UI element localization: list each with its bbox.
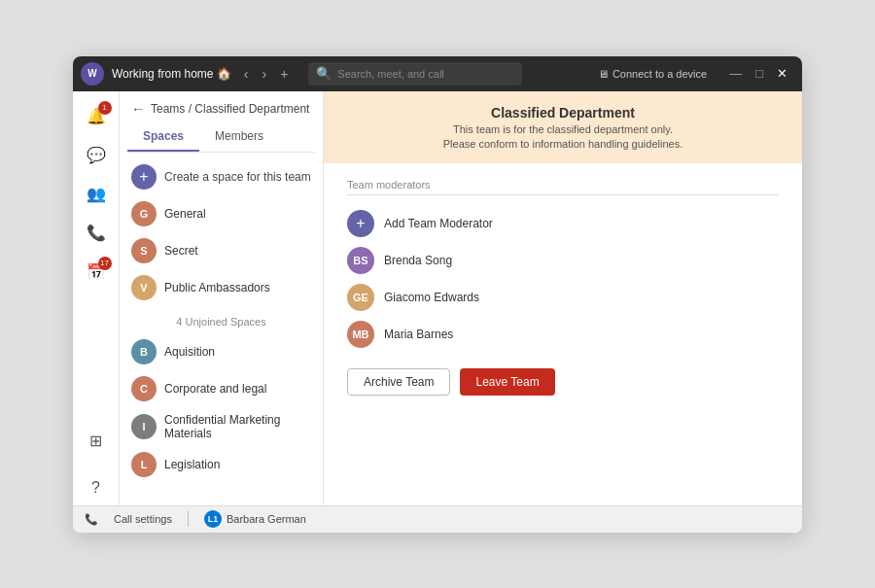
- space-avatar-secret: S: [131, 238, 157, 263]
- tab-spaces[interactable]: Spaces: [127, 122, 199, 152]
- space-item-aquisition[interactable]: B Aquisition: [120, 333, 323, 370]
- space-avatar-aquisition: B: [131, 339, 157, 364]
- avatar-giacomo: GE: [347, 284, 374, 311]
- search-icon: 🔍: [316, 66, 332, 81]
- space-name-aquisition: Aquisition: [164, 345, 215, 359]
- avatar-maria: MB: [347, 321, 374, 348]
- nav-controls: ‹ › +: [239, 64, 294, 84]
- archive-team-button[interactable]: Archive Team: [347, 368, 450, 396]
- space-avatar-legislation: L: [131, 452, 157, 477]
- tab-members[interactable]: Members: [199, 122, 279, 152]
- teams-icon: 👥: [87, 185, 106, 203]
- space-avatar-confidential: I: [131, 414, 157, 439]
- add-moderator-item[interactable]: + Add Team Moderator: [347, 205, 779, 242]
- unjoined-label: 4 Unjoined Spaces: [131, 312, 311, 331]
- create-space-label: Create a space for this team: [164, 170, 311, 184]
- space-name-ambassadors: Public Ambassadors: [164, 281, 270, 294]
- forward-button[interactable]: ›: [257, 64, 271, 84]
- app-title: Working from home 🏠: [112, 67, 231, 81]
- calls-icon: 📞: [87, 224, 106, 242]
- status-username: Barbara German: [227, 513, 306, 525]
- title-bar: W Working from home 🏠 ‹ › + 🔍 🖥 Connect …: [73, 56, 802, 91]
- add-moderator-label: Add Team Moderator: [384, 217, 493, 230]
- breadcrumb: Teams / Classified Department: [151, 102, 309, 116]
- search-input[interactable]: [337, 68, 514, 80]
- create-space-icon: +: [131, 164, 157, 190]
- sidebar-item-apps[interactable]: ⊞: [79, 424, 114, 459]
- window-controls: — □ ✕: [722, 64, 794, 83]
- avatar-brenda: BS: [347, 247, 374, 274]
- space-item-general[interactable]: G General: [120, 195, 323, 232]
- add-moderator-icon: +: [347, 210, 374, 237]
- space-name-general: General: [164, 207, 206, 221]
- space-name-secret: Secret: [164, 244, 198, 258]
- space-name-confidential: Confidential Marketing Materials: [164, 413, 311, 440]
- moderator-maria: MB Maria Barnes: [347, 316, 779, 353]
- left-panel: ← Teams / Classified Department Spaces M…: [120, 91, 324, 505]
- main-layout: 🔔 1 💬 👥 📞 📅 17 ⊞ ?: [73, 91, 802, 505]
- apps-icon: ⊞: [89, 432, 102, 450]
- back-button[interactable]: ‹: [239, 64, 254, 84]
- tabs-row: Spaces Members: [127, 122, 315, 153]
- space-item-corporate[interactable]: C Corporate and legal: [120, 370, 323, 407]
- moderator-name-giacomo: Giacomo Edwards: [384, 291, 479, 304]
- user-avatar: W: [81, 62, 104, 86]
- team-banner: Classified Department This team is for t…: [324, 91, 802, 163]
- team-banner-title: Classified Department: [343, 105, 783, 121]
- moderator-name-maria: Maria Barnes: [384, 328, 453, 341]
- sidebar-item-activity[interactable]: 🔔 1: [79, 99, 114, 134]
- team-banner-sub1: This team is for the classified departme…: [343, 123, 783, 135]
- sidebar-item-teams[interactable]: 👥: [79, 177, 114, 212]
- new-window-button[interactable]: +: [275, 64, 293, 84]
- chat-icon: 💬: [87, 146, 106, 164]
- space-avatar-corporate: C: [131, 376, 157, 401]
- sidebar-item-calls[interactable]: 📞: [79, 216, 114, 251]
- right-content: Classified Department This team is for t…: [324, 91, 802, 505]
- connect-device[interactable]: 🖥 Connect to a device: [598, 68, 707, 80]
- help-icon: ?: [91, 479, 100, 497]
- status-separator: [188, 511, 189, 527]
- status-user: L1 Barbara German: [204, 510, 306, 528]
- space-avatar-ambassadors: V: [131, 275, 157, 300]
- sidebar-item-chat[interactable]: 💬: [79, 138, 114, 173]
- moderator-name-brenda: Brenda Song: [384, 254, 452, 267]
- space-avatar-general: G: [131, 201, 157, 226]
- app-window: W Working from home 🏠 ‹ › + 🔍 🖥 Connect …: [73, 56, 802, 533]
- sidebar-item-help[interactable]: ?: [79, 470, 114, 505]
- status-bar: 📞 Call settings L1 Barbara German: [73, 505, 802, 533]
- back-arrow-icon[interactable]: ←: [131, 101, 145, 117]
- minimize-button[interactable]: —: [722, 64, 749, 83]
- unjoined-section: 4 Unjoined Spaces: [120, 306, 323, 333]
- search-bar[interactable]: 🔍: [308, 62, 522, 86]
- spaces-list: + Create a space for this team G General…: [120, 153, 323, 505]
- moderator-giacomo: GE Giacomo Edwards: [347, 279, 779, 316]
- team-banner-sub2: Please conform to information handling g…: [343, 138, 783, 150]
- monitor-icon: 🖥: [598, 68, 609, 80]
- panel-header: ← Teams / Classified Department: [120, 91, 323, 122]
- close-button[interactable]: ✕: [770, 64, 794, 83]
- call-settings-label[interactable]: Call settings: [114, 513, 172, 525]
- activity-badge: 1: [98, 101, 112, 115]
- status-user-avatar: L1: [204, 510, 222, 528]
- action-buttons: Archive Team Leave Team: [347, 368, 779, 396]
- calendar-badge: 17: [98, 257, 112, 270]
- team-content: Team moderators + Add Team Moderator BS …: [324, 163, 802, 411]
- space-item-legislation[interactable]: L Legislation: [120, 446, 323, 483]
- moderators-label: Team moderators: [347, 179, 779, 195]
- space-name-legislation: Legislation: [164, 458, 220, 471]
- space-item-ambassadors[interactable]: V Public Ambassadors: [120, 269, 323, 306]
- space-name-corporate: Corporate and legal: [164, 382, 266, 396]
- leave-team-button[interactable]: Leave Team: [460, 368, 554, 396]
- moderator-brenda: BS Brenda Song: [347, 242, 779, 279]
- space-item-confidential[interactable]: I Confidential Marketing Materials: [120, 407, 323, 446]
- call-settings-icon: 📞: [85, 513, 98, 526]
- sidebar-icons: 🔔 1 💬 👥 📞 📅 17 ⊞ ?: [73, 91, 120, 505]
- space-item-secret[interactable]: S Secret: [120, 232, 323, 269]
- create-space-item[interactable]: + Create a space for this team: [120, 158, 323, 195]
- maximize-button[interactable]: □: [749, 64, 770, 83]
- sidebar-item-calendar[interactable]: 📅 17: [79, 255, 114, 290]
